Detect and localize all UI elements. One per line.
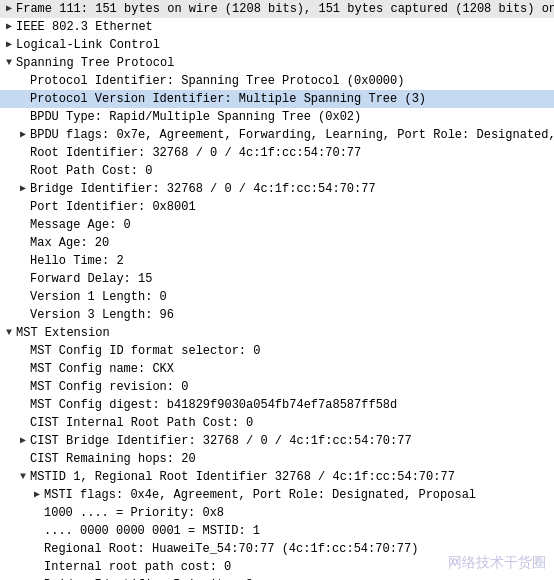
tree-line-20[interactable]: MST Config name: CKX [0,360,554,378]
tree-line-14[interactable]: Hello Time: 2 [0,252,554,270]
line-text-20: MST Config name: CKX [30,360,174,378]
line-text-25: CIST Remaining hops: 20 [30,450,196,468]
line-text-31: Internal root path cost: 0 [44,558,231,576]
tree-line-4[interactable]: Protocol Identifier: Spanning Tree Proto… [0,72,554,90]
expand-icon[interactable]: ▶ [16,180,30,198]
tree-line-27[interactable]: ▶MSTI flags: 0x4e, Agreement, Port Role:… [0,486,554,504]
expand-icon[interactable]: ▶ [30,486,44,504]
line-text-3: Spanning Tree Protocol [16,54,174,72]
tree-line-15[interactable]: Forward Delay: 15 [0,270,554,288]
line-text-5: Protocol Version Identifier: Multiple Sp… [30,90,426,108]
tree-line-23[interactable]: CIST Internal Root Path Cost: 0 [0,414,554,432]
packet-tree: ▶Frame 111: 151 bytes on wire (1208 bits… [0,0,554,580]
expand-icon[interactable]: ▶ [16,432,30,450]
line-text-19: MST Config ID format selector: 0 [30,342,260,360]
tree-line-0[interactable]: ▶Frame 111: 151 bytes on wire (1208 bits… [0,0,554,18]
expand-icon[interactable]: ▶ [16,126,30,144]
line-text-11: Port Identifier: 0x8001 [30,198,196,216]
line-text-10: Bridge Identifier: 32768 / 0 / 4c:1f:cc:… [30,180,376,198]
tree-line-17[interactable]: Version 3 Length: 96 [0,306,554,324]
expand-icon[interactable]: ▶ [2,36,16,54]
line-text-1: IEEE 802.3 Ethernet [16,18,153,36]
line-text-12: Message Age: 0 [30,216,131,234]
line-text-29: .... 0000 0000 0001 = MSTID: 1 [44,522,260,540]
expand-icon[interactable]: ▼ [2,54,16,72]
tree-line-10[interactable]: ▶Bridge Identifier: 32768 / 0 / 4c:1f:cc… [0,180,554,198]
line-text-27: MSTI flags: 0x4e, Agreement, Port Role: … [44,486,476,504]
tree-line-25[interactable]: CIST Remaining hops: 20 [0,450,554,468]
line-text-30: Regional Root: HuaweiTe_54:70:77 (4c:1f:… [44,540,418,558]
tree-lines-container: ▶Frame 111: 151 bytes on wire (1208 bits… [0,0,554,580]
line-text-9: Root Path Cost: 0 [30,162,152,180]
tree-line-11[interactable]: Port Identifier: 0x8001 [0,198,554,216]
line-text-7: BPDU flags: 0x7e, Agreement, Forwarding,… [30,126,554,144]
tree-line-32[interactable]: Bridge Identifier Priority: 8 [0,576,554,580]
expand-icon[interactable]: ▼ [16,468,30,486]
line-text-32: Bridge Identifier Priority: 8 [44,576,253,580]
tree-line-24[interactable]: ▶CIST Bridge Identifier: 32768 / 0 / 4c:… [0,432,554,450]
tree-line-19[interactable]: MST Config ID format selector: 0 [0,342,554,360]
line-text-23: CIST Internal Root Path Cost: 0 [30,414,253,432]
line-text-16: Version 1 Length: 0 [30,288,167,306]
expand-icon[interactable]: ▶ [2,18,16,36]
line-text-21: MST Config revision: 0 [30,378,188,396]
tree-line-9[interactable]: Root Path Cost: 0 [0,162,554,180]
tree-line-7[interactable]: ▶BPDU flags: 0x7e, Agreement, Forwarding… [0,126,554,144]
tree-line-8[interactable]: Root Identifier: 32768 / 0 / 4c:1f:cc:54… [0,144,554,162]
tree-line-30[interactable]: Regional Root: HuaweiTe_54:70:77 (4c:1f:… [0,540,554,558]
tree-line-3[interactable]: ▼Spanning Tree Protocol [0,54,554,72]
tree-line-26[interactable]: ▼MSTID 1, Regional Root Identifier 32768… [0,468,554,486]
tree-line-31[interactable]: Internal root path cost: 0 [0,558,554,576]
tree-line-12[interactable]: Message Age: 0 [0,216,554,234]
line-text-15: Forward Delay: 15 [30,270,152,288]
line-text-13: Max Age: 20 [30,234,109,252]
line-text-8: Root Identifier: 32768 / 0 / 4c:1f:cc:54… [30,144,361,162]
line-text-18: MST Extension [16,324,110,342]
tree-line-2[interactable]: ▶Logical-Link Control [0,36,554,54]
tree-line-13[interactable]: Max Age: 20 [0,234,554,252]
tree-line-6[interactable]: BPDU Type: Rapid/Multiple Spanning Tree … [0,108,554,126]
line-text-24: CIST Bridge Identifier: 32768 / 0 / 4c:1… [30,432,412,450]
tree-line-29[interactable]: .... 0000 0000 0001 = MSTID: 1 [0,522,554,540]
line-text-2: Logical-Link Control [16,36,160,54]
line-text-26: MSTID 1, Regional Root Identifier 32768 … [30,468,455,486]
line-text-17: Version 3 Length: 96 [30,306,174,324]
tree-line-5[interactable]: Protocol Version Identifier: Multiple Sp… [0,90,554,108]
line-text-0: Frame 111: 151 bytes on wire (1208 bits)… [16,0,554,18]
line-text-14: Hello Time: 2 [30,252,124,270]
line-text-28: 1000 .... = Priority: 0x8 [44,504,224,522]
expand-icon[interactable]: ▼ [2,324,16,342]
line-text-22: MST Config digest: b41829f9030a054fb74ef… [30,396,397,414]
tree-line-1[interactable]: ▶IEEE 802.3 Ethernet [0,18,554,36]
tree-line-18[interactable]: ▼MST Extension [0,324,554,342]
line-text-6: BPDU Type: Rapid/Multiple Spanning Tree … [30,108,361,126]
expand-icon[interactable]: ▶ [2,0,16,18]
tree-line-28[interactable]: 1000 .... = Priority: 0x8 [0,504,554,522]
tree-line-16[interactable]: Version 1 Length: 0 [0,288,554,306]
tree-line-22[interactable]: MST Config digest: b41829f9030a054fb74ef… [0,396,554,414]
tree-line-21[interactable]: MST Config revision: 0 [0,378,554,396]
line-text-4: Protocol Identifier: Spanning Tree Proto… [30,72,404,90]
